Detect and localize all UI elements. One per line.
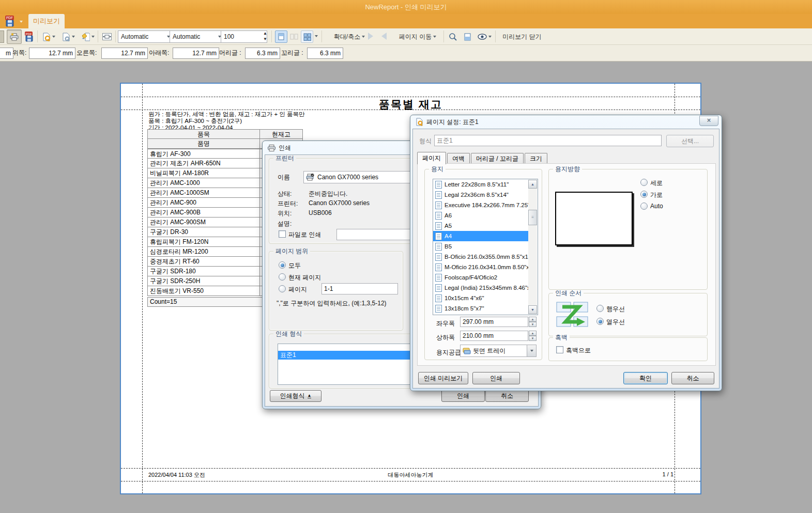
tab-preview[interactable]: 미리보기 [28,14,65,28]
footer-bottom-guide[interactable] [121,481,700,481]
paper-source-dropdown[interactable] [527,345,536,356]
two-page-view-button[interactable] [288,30,300,43]
header-margin-input[interactable]: 6.3 mm [245,48,280,59]
zoom-menu-button[interactable]: 확대/축소 [327,29,372,44]
paper-size-option[interactable]: Foolscap/F4/Oficio2 [433,272,529,283]
portrait-radio[interactable] [640,179,648,186]
paper-size-list[interactable]: Letter 22x28cm 8.5"x11" Legal 22x36cm 8.… [433,179,538,315]
fit-to-window-button[interactable] [100,29,114,44]
stepper-down-icon[interactable]: ▼ [529,322,537,327]
bottom-margin-input[interactable]: 12.7 mm [173,48,219,59]
paper-size-option[interactable]: 13x18cm 5"x7" [433,303,529,314]
paper-height-input[interactable]: 210.00 mm [460,331,528,341]
print-cancel-button[interactable]: 취소 [485,390,529,402]
column-first-radio[interactable] [596,318,604,325]
stepper-up-icon[interactable]: ▲ [529,331,537,336]
page-border-button[interactable] [460,29,474,44]
table-header-row: 품목 현재고 [147,129,303,139]
fit-mode-combo[interactable]: Automatic [118,30,173,43]
page-setup-caret[interactable] [52,36,55,38]
paper-sheet-icon [435,222,442,230]
paper-size-option[interactable]: A4 [433,231,529,241]
paper-size-option[interactable]: M-Oficio 216.0x341.0mm 8.50"x1 [433,262,529,272]
report-setup-button[interactable] [59,29,78,44]
scroll-up-icon[interactable]: ▲ [528,180,537,189]
range-all-radio[interactable] [279,261,286,269]
background-color-button[interactable] [79,29,97,44]
select-button[interactable]: 선택... [666,135,714,147]
paper-width-input[interactable]: 297.00 mm [460,317,528,327]
close-preview-button[interactable]: 미리보기 닫기 [498,29,546,44]
paper-size-option[interactable]: A6 [433,210,529,221]
paper-height-stepper[interactable]: ▲▼ [529,331,537,341]
auto-orientation-radio[interactable] [640,203,648,210]
export-pdf-button[interactable]: PDF [22,29,37,44]
format-input[interactable]: 표준1 [434,135,662,146]
application-window: NewReport - 인쇄 미리보기 PDF 미리보기 [0,0,812,513]
print-confirm-button[interactable]: 인쇄 [441,390,485,402]
next-page-arrow[interactable] [368,33,373,40]
fit-mode2-combo[interactable]: Automatic [170,30,224,43]
left-margin-input[interactable]: m [0,48,13,59]
stepper-down-icon[interactable]: ▼ [262,37,268,41]
zoom-menu-caret [362,36,365,38]
paper-size-option[interactable]: 10x15cm 4"x6" [433,293,529,303]
printer-name-label: 이름 [278,173,290,182]
top-margin-input[interactable]: 12.7 mm [29,48,75,59]
multi-page-view-button[interactable] [301,30,313,43]
paper-size-option[interactable]: Legal 22x36cm 8.5"x14" [433,190,529,200]
watermark-button[interactable] [474,29,494,44]
range-pages-radio[interactable] [279,285,286,292]
stepper-up-icon[interactable]: ▲ [529,317,537,322]
stepper-down-icon[interactable]: ▼ [529,336,537,341]
footer-top-guide[interactable] [121,468,700,469]
range-current-radio[interactable] [279,273,286,281]
page-setup-button[interactable] [39,29,58,44]
page-navigation-button[interactable]: 페이지 이동 [393,29,442,44]
paper-list-scrollbar[interactable]: ▲ ≡ ▼ [528,180,537,314]
range-pages-input[interactable]: 1-1 [321,283,398,294]
report-setup-caret[interactable] [72,36,75,38]
row-first-radio[interactable] [596,305,604,312]
grayscale-checkbox[interactable] [556,346,563,353]
print-to-file-checkbox[interactable] [279,230,286,238]
quick-access-bar: PDF [0,14,812,28]
clipped-toolbar-button[interactable] [0,30,4,43]
paper-size-option[interactable]: Letter 22x28cm 8.5"x11" [433,179,529,190]
pdf-save-button[interactable]: PDF [4,15,17,27]
paper-width-stepper[interactable]: ▲▼ [529,317,537,327]
background-color-caret[interactable] [91,36,95,38]
print-preview-button[interactable]: 인쇄 미리보기 [418,372,468,384]
page-setup-tab[interactable]: 크기 [525,153,547,164]
print-button[interactable]: 인쇄 [472,372,520,384]
stepper-up-icon[interactable]: ▲ [262,31,268,36]
page-setup-tab[interactable]: 페이지 [417,152,446,164]
scroll-down-icon[interactable]: ▼ [528,305,537,314]
scrollbar-thumb[interactable]: ≡ [528,210,537,225]
paper-size-option[interactable]: B-Oficio 216.0x355.0mm 8.5"x14' [433,252,529,262]
page-setup-titlebar[interactable]: 페이지 설정: 표준1 [410,115,722,129]
ok-button[interactable]: 확인 [623,372,668,384]
single-page-view-button[interactable] [275,30,287,43]
paper-size-option[interactable]: B5 [433,241,529,252]
page-setup-tab[interactable]: 머리글 / 꼬리글 [471,153,524,164]
view-mode-caret[interactable] [315,35,318,37]
landscape-radio[interactable] [640,191,648,198]
cancel-button[interactable]: 취소 [671,372,714,384]
print-button[interactable] [7,29,22,44]
paper-size-option[interactable]: A5 [433,221,529,231]
print-format-toggle-button[interactable]: 인쇄형식 ▲ [270,390,321,402]
magnifier-button[interactable] [446,29,460,44]
zoom-percent-input[interactable]: 100 [221,30,267,43]
zoom-percent-stepper[interactable]: ▲▼ [262,31,268,41]
paper-size-option[interactable]: Legal (India) 215x345mm 8.46"x1 [433,283,529,293]
qat-menu-caret[interactable] [20,21,23,23]
right-margin-input[interactable]: 12.7 mm [101,48,148,59]
page-setup-tab[interactable]: 여백 [447,153,470,164]
footer-margin-input[interactable]: 6.3 mm [307,48,343,59]
close-button[interactable]: × [699,116,718,126]
previous-page-arrow[interactable] [381,33,387,40]
left-margin-guide[interactable] [142,84,143,493]
paper-source-combo[interactable]: 뒷면 트레이 [460,345,537,357]
paper-size-option[interactable]: Executive 184.2x266.7mm 7.25"x [433,200,529,210]
